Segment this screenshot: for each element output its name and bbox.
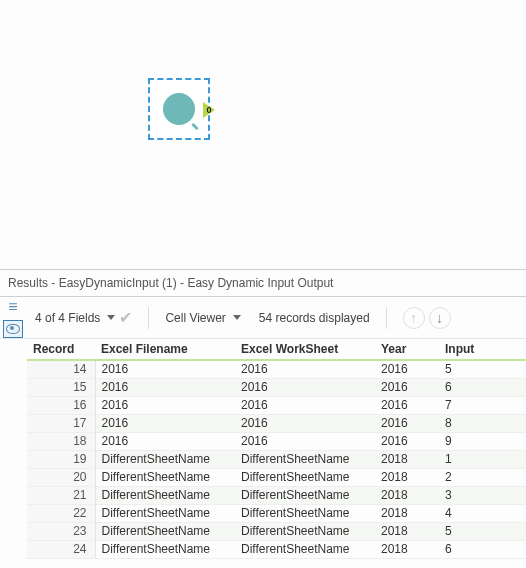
table-row[interactable]: 22DifferentSheetNameDifferentSheetName20… <box>27 504 526 522</box>
cell-year[interactable]: 2018 <box>375 540 439 558</box>
cell-worksheet[interactable]: 2016 <box>235 414 375 432</box>
results-toolbar: 4 of 4 Fields ✔ Cell Viewer 54 records d… <box>0 297 526 339</box>
cell-worksheet[interactable]: DifferentSheetName <box>235 540 375 558</box>
cell-record[interactable]: 21 <box>27 486 95 504</box>
table-row[interactable]: 152016201620166 <box>27 378 526 396</box>
cell-input[interactable]: 6 <box>439 378 526 396</box>
cell-record[interactable]: 14 <box>27 360 95 378</box>
cell-filename[interactable]: 2016 <box>95 378 235 396</box>
output-port[interactable]: 0 <box>201 102 217 118</box>
cell-input[interactable]: 4 <box>439 504 526 522</box>
metadata-view-icon[interactable] <box>3 320 23 338</box>
table-row[interactable]: 172016201620168 <box>27 414 526 432</box>
cell-worksheet[interactable]: 2016 <box>235 360 375 378</box>
arrow-down-icon[interactable]: ↓ <box>429 307 451 329</box>
col-header-filename[interactable]: Excel Filename <box>95 339 235 360</box>
table-row[interactable]: 23DifferentSheetNameDifferentSheetName20… <box>27 522 526 540</box>
table-row[interactable]: 162016201620167 <box>27 396 526 414</box>
results-title-bar: Results - EasyDynamicInput (1) - Easy Dy… <box>0 270 526 297</box>
cell-worksheet[interactable]: DifferentSheetName <box>235 450 375 468</box>
cell-year[interactable]: 2018 <box>375 450 439 468</box>
workflow-canvas[interactable]: 0 <box>0 0 526 269</box>
cell-filename[interactable]: 2016 <box>95 414 235 432</box>
cell-input[interactable]: 5 <box>439 360 526 378</box>
caret-down-icon[interactable] <box>233 315 241 320</box>
caret-down-icon[interactable] <box>107 315 115 320</box>
cell-filename[interactable]: DifferentSheetName <box>95 522 235 540</box>
cell-year[interactable]: 2018 <box>375 468 439 486</box>
fields-dropdown-label[interactable]: 4 of 4 Fields <box>35 311 100 325</box>
col-header-worksheet[interactable]: Excel WorkSheet <box>235 339 375 360</box>
results-title: Results - EasyDynamicInput (1) - Easy Dy… <box>8 276 333 290</box>
cell-filename[interactable]: DifferentSheetName <box>95 504 235 522</box>
cell-filename[interactable]: 2016 <box>95 432 235 450</box>
cell-worksheet[interactable]: 2016 <box>235 432 375 450</box>
cell-input[interactable]: 7 <box>439 396 526 414</box>
cell-filename[interactable]: DifferentSheetName <box>95 468 235 486</box>
cell-year[interactable]: 2016 <box>375 414 439 432</box>
results-table[interactable]: Record Excel Filename Excel WorkSheet Ye… <box>27 339 526 559</box>
cell-worksheet[interactable]: DifferentSheetName <box>235 486 375 504</box>
cell-worksheet[interactable]: 2016 <box>235 378 375 396</box>
cell-year[interactable]: 2018 <box>375 522 439 540</box>
table-row[interactable]: 142016201620165 <box>27 360 526 378</box>
check-icon[interactable]: ✔ <box>119 308 132 327</box>
cell-worksheet[interactable]: DifferentSheetName <box>235 504 375 522</box>
col-header-input[interactable]: Input <box>439 339 526 360</box>
cell-record[interactable]: 15 <box>27 378 95 396</box>
table-header-row[interactable]: Record Excel Filename Excel WorkSheet Ye… <box>27 339 526 360</box>
cell-input[interactable]: 1 <box>439 450 526 468</box>
table-row[interactable]: 24DifferentSheetNameDifferentSheetName20… <box>27 540 526 558</box>
list-view-icon[interactable] <box>3 298 23 316</box>
magnifier-icon <box>163 93 195 125</box>
table-row[interactable]: 21DifferentSheetNameDifferentSheetName20… <box>27 486 526 504</box>
cell-record[interactable]: 23 <box>27 522 95 540</box>
cell-filename[interactable]: 2016 <box>95 396 235 414</box>
arrow-up-icon[interactable]: ↑ <box>403 307 425 329</box>
cell-input[interactable]: 2 <box>439 468 526 486</box>
cell-record[interactable]: 17 <box>27 414 95 432</box>
cell-input[interactable]: 3 <box>439 486 526 504</box>
cell-year[interactable]: 2016 <box>375 378 439 396</box>
cell-record[interactable]: 18 <box>27 432 95 450</box>
cell-worksheet[interactable]: 2016 <box>235 396 375 414</box>
cell-input[interactable]: 9 <box>439 432 526 450</box>
col-header-record[interactable]: Record <box>27 339 95 360</box>
cell-record[interactable]: 22 <box>27 504 95 522</box>
cell-input[interactable]: 8 <box>439 414 526 432</box>
cell-record[interactable]: 20 <box>27 468 95 486</box>
cell-filename[interactable]: DifferentSheetName <box>95 486 235 504</box>
cell-year[interactable]: 2016 <box>375 432 439 450</box>
port-label: 0 <box>206 105 211 115</box>
cell-worksheet[interactable]: DifferentSheetName <box>235 468 375 486</box>
cell-worksheet[interactable]: DifferentSheetName <box>235 522 375 540</box>
col-header-year[interactable]: Year <box>375 339 439 360</box>
cell-filename[interactable]: DifferentSheetName <box>95 450 235 468</box>
cell-record[interactable]: 24 <box>27 540 95 558</box>
cell-input[interactable]: 5 <box>439 522 526 540</box>
table-row[interactable]: 182016201620169 <box>27 432 526 450</box>
cell-filename[interactable]: DifferentSheetName <box>95 540 235 558</box>
cell-year[interactable]: 2018 <box>375 504 439 522</box>
cell-input[interactable]: 6 <box>439 540 526 558</box>
records-count-label: 54 records displayed <box>259 311 370 325</box>
cell-record[interactable]: 19 <box>27 450 95 468</box>
cell-record[interactable]: 16 <box>27 396 95 414</box>
tool-node-dynamic-input[interactable]: 0 <box>148 78 210 140</box>
table-row[interactable]: 19DifferentSheetNameDifferentSheetName20… <box>27 450 526 468</box>
cell-viewer-dropdown[interactable]: Cell Viewer <box>165 311 225 325</box>
table-row[interactable]: 20DifferentSheetNameDifferentSheetName20… <box>27 468 526 486</box>
cell-year[interactable]: 2018 <box>375 486 439 504</box>
cell-year[interactable]: 2016 <box>375 360 439 378</box>
cell-year[interactable]: 2016 <box>375 396 439 414</box>
cell-filename[interactable]: 2016 <box>95 360 235 378</box>
